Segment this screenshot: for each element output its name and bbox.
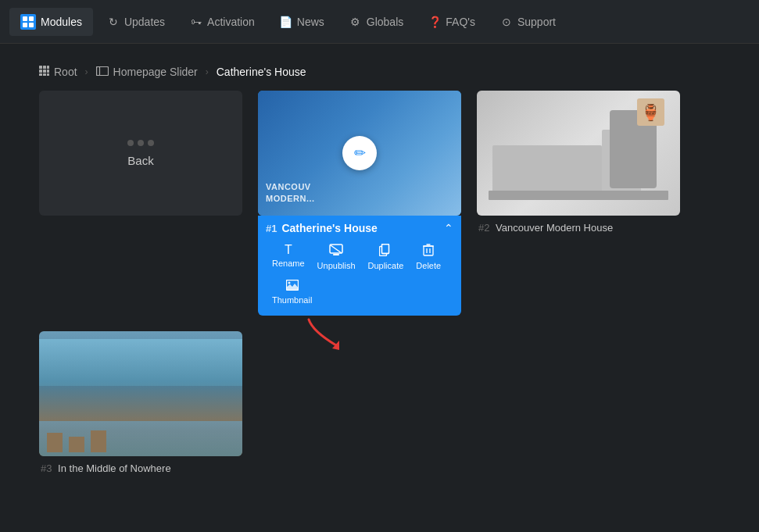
- svg-rect-13: [333, 254, 339, 255]
- edit-button[interactable]: ✏: [342, 136, 377, 170]
- pencil-icon: ✏: [354, 145, 366, 162]
- duplicate-button[interactable]: Duplicate: [362, 241, 410, 273]
- svg-marker-23: [286, 284, 299, 290]
- nav-bar: Modules ↻ Updates 🗝 Activation 📄 News ⚙ …: [9, 8, 567, 36]
- svg-rect-3: [39, 70, 42, 73]
- modules-icon: [20, 14, 36, 30]
- dropdown-title: #1 Catherine's House: [266, 222, 378, 234]
- delete-button[interactable]: Delete: [410, 241, 447, 273]
- nav-faqs[interactable]: ❓ FAQ's: [417, 9, 486, 34]
- nav-faqs-label: FAQ's: [446, 16, 475, 28]
- card2-label: #2 Vancouver Modern House: [477, 222, 680, 234]
- breadcrumb-root-label: Root: [54, 66, 77, 78]
- svg-rect-6: [39, 73, 42, 76]
- nav-support[interactable]: ⊙ Support: [489, 9, 567, 34]
- svg-rect-1: [43, 66, 46, 69]
- delete-label: Delete: [416, 261, 441, 270]
- nav-globals[interactable]: ⚙ Globals: [338, 9, 414, 34]
- support-icon: ⊙: [500, 16, 513, 28]
- svg-rect-15: [382, 245, 389, 254]
- breadcrumb-sep2: ›: [206, 66, 209, 77]
- card-catherines-house[interactable]: VANCOUV MODERN... ✏: [258, 91, 461, 216]
- nav-modules-label: Modules: [41, 16, 82, 28]
- nav-updates[interactable]: ↻ Updates: [96, 9, 176, 34]
- document-icon: 📄: [280, 16, 292, 28]
- card2-num: #2: [478, 222, 489, 234]
- breadcrumb-slider[interactable]: Homepage Slider: [96, 66, 198, 78]
- duplicate-label: Duplicate: [368, 261, 404, 270]
- card-nowhere[interactable]: #3 In the Middle of Nowhere: [39, 331, 242, 474]
- nav-activation-label: Activation: [207, 16, 255, 28]
- unpublish-button[interactable]: Unpublish: [311, 241, 362, 273]
- pool-thumbnail: [39, 331, 242, 456]
- card2-title: Vancouver Modern House: [496, 222, 613, 234]
- nav-news-label: News: [297, 16, 324, 28]
- nav-support-label: Support: [517, 16, 556, 28]
- slider-icon: [96, 66, 109, 78]
- gear-icon: ⚙: [349, 16, 362, 28]
- card3-num: #3: [41, 462, 52, 474]
- breadcrumb: Root › Homepage Slider › Catherine's Hou…: [0, 44, 759, 91]
- rename-label: Rename: [272, 259, 305, 268]
- vancouver-thumbnail: 🏺: [477, 91, 680, 216]
- back-card[interactable]: Back: [39, 91, 242, 316]
- selected-card-wrapper: VANCOUV MODERN... ✏ #1 Catherine's House…: [258, 91, 461, 316]
- svg-rect-9: [96, 67, 108, 76]
- faq-icon: ❓: [428, 16, 441, 28]
- svg-line-12: [331, 245, 342, 253]
- dropdown-actions: T Rename Unpublish: [266, 241, 453, 273]
- dropdown-header: #1 Catherine's House ⌃: [266, 222, 453, 234]
- unpublish-icon: [329, 244, 343, 259]
- card-title-text: Catherine's House: [281, 222, 377, 234]
- bottom-row: #3 In the Middle of Nowhere: [0, 331, 759, 474]
- svg-rect-8: [47, 73, 49, 76]
- svg-rect-5: [47, 70, 49, 73]
- house-text: VANCOUV MODERN...: [266, 181, 315, 204]
- nav-modules[interactable]: Modules: [9, 8, 93, 36]
- grid-icon: [39, 66, 49, 78]
- svg-rect-4: [43, 70, 46, 73]
- delete-icon: [423, 244, 434, 259]
- duplicate-icon: [379, 244, 392, 259]
- svg-rect-17: [424, 246, 433, 255]
- key-icon: 🗝: [190, 16, 202, 28]
- svg-point-24: [288, 282, 290, 284]
- thumbnail-label: Thumbnail: [272, 295, 312, 305]
- card3-label: #3 In the Middle of Nowhere: [39, 462, 242, 474]
- nav-updates-label: Updates: [124, 16, 165, 28]
- nav-globals-label: Globals: [367, 16, 403, 28]
- svg-rect-0: [39, 66, 42, 69]
- breadcrumb-slider-label: Homepage Slider: [113, 66, 198, 78]
- card-num-badge: #1: [266, 223, 277, 234]
- thumbnail-icon: [286, 280, 299, 293]
- svg-rect-2: [47, 66, 49, 69]
- breadcrumb-current-label: Catherine's House: [217, 66, 306, 78]
- content-grid: Back VANCOUV MODERN... ✏ #1: [0, 91, 759, 316]
- rename-icon: T: [285, 244, 292, 256]
- nav-news[interactable]: 📄 News: [269, 9, 335, 34]
- thumbnail-button[interactable]: Thumbnail: [266, 277, 318, 308]
- card-vancouver[interactable]: 🏺 #2 Vancouver Modern House: [477, 91, 680, 316]
- back-dots: [127, 140, 154, 146]
- unpublish-label: Unpublish: [317, 261, 356, 270]
- svg-rect-10: [96, 67, 99, 76]
- chevron-up-icon[interactable]: ⌃: [444, 222, 453, 234]
- card3-title: In the Middle of Nowhere: [58, 462, 171, 474]
- card-dropdown: #1 Catherine's House ⌃ T Rename: [258, 216, 461, 316]
- back-label: Back: [127, 154, 153, 167]
- breadcrumb-root[interactable]: Root: [39, 66, 77, 78]
- svg-rect-7: [43, 73, 46, 76]
- refresh-icon: ↻: [107, 16, 120, 28]
- rename-button[interactable]: T Rename: [266, 241, 311, 271]
- breadcrumb-sep1: ›: [85, 66, 88, 77]
- nav-activation[interactable]: 🗝 Activation: [179, 9, 266, 34]
- topbar: Modules ↻ Updates 🗝 Activation 📄 News ⚙ …: [0, 0, 759, 44]
